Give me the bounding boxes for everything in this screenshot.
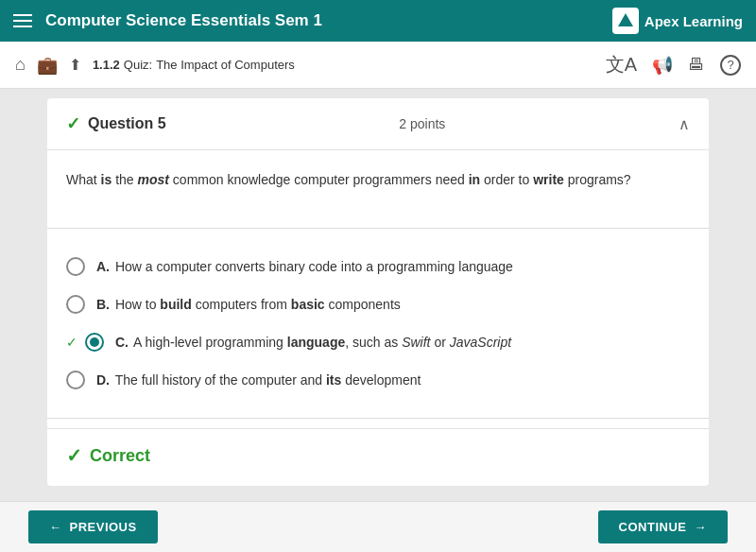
answer-c-text: C. A high-level programming language, su… [115, 335, 511, 350]
continue-label: CONTINUE [619, 520, 687, 534]
quiz-card: ✓ Question 5 2 points ∧ What is the most… [47, 98, 709, 486]
app-title: Computer Science Essentials Sem 1 [45, 11, 322, 30]
radio-c-inner [90, 337, 99, 347]
arrow-right-icon: → [695, 520, 708, 534]
help-icon[interactable]: ? [720, 55, 741, 76]
upload-icon[interactable]: ⬆ [69, 56, 81, 74]
answer-b-text: B. How to build computers from basic com… [96, 297, 401, 312]
question-text: What is the most common knowledge comput… [66, 169, 690, 190]
question-title-group: ✓ Question 5 [66, 113, 166, 134]
app-header: Computer Science Essentials Sem 1 Apex L… [0, 0, 756, 42]
header-right: Apex Learning [612, 8, 743, 34]
apex-brand-text: Apex Learning [644, 13, 743, 29]
answer-option-b[interactable]: B. How to build computers from basic com… [66, 285, 690, 323]
continue-button[interactable]: CONTINUE → [598, 510, 728, 543]
home-icon[interactable]: ⌂ [15, 55, 26, 75]
answer-option-d[interactable]: D. The full history of the computer and … [66, 361, 690, 399]
correct-text: Correct [90, 446, 150, 466]
radio-a[interactable] [66, 257, 85, 276]
apex-logo-icon [612, 8, 639, 34]
briefcase-icon[interactable]: 💼 [37, 55, 58, 76]
breadcrumb-title: The Impact of Computers [156, 58, 295, 72]
header-left: Computer Science Essentials Sem 1 [13, 11, 322, 30]
hamburger-menu[interactable] [13, 14, 32, 27]
toolbar: ⌂ 💼 ⬆ 1.1.2 Quiz: The Impact of Computer… [0, 42, 756, 89]
answer-d-text: D. The full history of the computer and … [96, 372, 421, 388]
translate-icon[interactable]: 文A [606, 52, 637, 78]
breadcrumb: 1.1.2 Quiz: The Impact of Computers [93, 58, 295, 72]
arrow-left-icon: ← [49, 520, 62, 534]
radio-c[interactable] [85, 333, 104, 352]
correct-section: ✓ Correct [47, 428, 709, 486]
question-points: 2 points [399, 116, 445, 131]
question-body: What is the most common knowledge comput… [47, 150, 709, 218]
toolbar-left: ⌂ 💼 ⬆ 1.1.2 Quiz: The Impact of Computer… [15, 55, 295, 76]
answer-option-a[interactable]: A. How a computer converts binary code i… [66, 248, 690, 285]
answer-c-check-icon: ✓ [66, 335, 77, 350]
chevron-up-icon[interactable]: ∧ [679, 115, 690, 133]
radio-b[interactable] [66, 295, 85, 314]
question-check-icon: ✓ [66, 113, 80, 134]
correct-label-group: ✓ Correct [66, 444, 690, 467]
answer-option-c[interactable]: ✓ C. A high-level programming language, … [66, 323, 690, 361]
correct-check-icon: ✓ [66, 444, 82, 467]
print-icon[interactable]: 🖶 [688, 55, 705, 75]
answer-options: A. How a computer converts binary code i… [47, 238, 709, 408]
apex-logo: Apex Learning [612, 8, 743, 34]
apex-icon [616, 11, 635, 30]
previous-button[interactable]: ← PREVIOUS [28, 510, 158, 543]
footer: ← PREVIOUS CONTINUE → [0, 501, 756, 552]
audio-icon[interactable]: 📢 [652, 55, 673, 76]
svg-marker-0 [618, 13, 633, 26]
radio-d[interactable] [66, 371, 85, 389]
main-content: ✓ Question 5 2 points ∧ What is the most… [0, 89, 756, 501]
previous-label: PREVIOUS [70, 520, 137, 534]
breadcrumb-code: 1.1.2 [93, 58, 120, 72]
answer-a-text: A. How a computer converts binary code i… [96, 259, 513, 274]
question-label: Question 5 [88, 115, 166, 132]
divider-top [47, 228, 709, 229]
toolbar-right: 文A 📢 🖶 ? [606, 52, 741, 78]
divider-bottom [47, 418, 709, 419]
breadcrumb-type: Quiz: [124, 58, 152, 72]
question-header: ✓ Question 5 2 points ∧ [47, 98, 709, 150]
